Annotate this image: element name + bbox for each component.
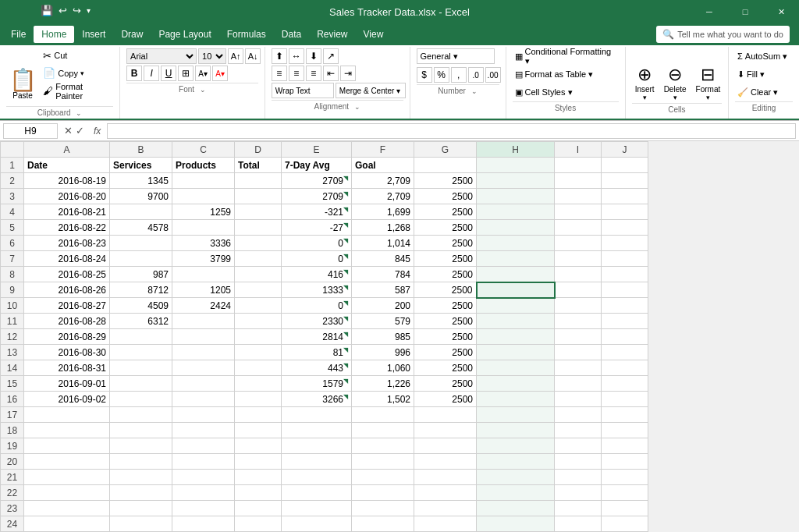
cell-r22-c4[interactable]: [235, 485, 282, 501]
cell-r5-c4[interactable]: [235, 220, 282, 236]
cell-r20-c3[interactable]: [172, 454, 235, 470]
row-num-9[interactable]: 9: [1, 282, 24, 298]
save-button[interactable]: 💾: [39, 3, 55, 18]
cell-r15-c4[interactable]: [235, 376, 282, 392]
cell-r21-c8[interactable]: [477, 470, 555, 485]
cell-r22-c8[interactable]: [477, 485, 555, 501]
cell-r20-c4[interactable]: [235, 454, 282, 470]
cell-r3-c9[interactable]: [555, 189, 602, 204]
cell-r13-c2[interactable]: [110, 345, 172, 360]
currency-button[interactable]: $: [417, 67, 432, 83]
cell-r23-c6[interactable]: [352, 501, 414, 516]
cell-r11-c10[interactable]: [602, 314, 648, 329]
formula-input[interactable]: [107, 123, 796, 139]
cancel-formula-icon[interactable]: ✕: [64, 125, 73, 137]
cell-r19-c6[interactable]: [352, 438, 414, 454]
increase-decimal-button[interactable]: .00: [485, 67, 501, 83]
customize-button[interactable]: ▾: [85, 5, 92, 16]
cell-r18-c6[interactable]: [352, 423, 414, 438]
sheet-container[interactable]: A B C D E F G H I J 1DateServicesProduct…: [0, 141, 799, 532]
cell-r8-c10[interactable]: [602, 267, 648, 282]
cell-r24-c1[interactable]: [24, 516, 110, 532]
cell-r11-c7[interactable]: 2500: [414, 314, 477, 329]
row-num-18[interactable]: 18: [1, 423, 24, 438]
cell-r24-c4[interactable]: [235, 516, 282, 532]
row-num-3[interactable]: 3: [1, 189, 24, 204]
cell-r22-c6[interactable]: [352, 485, 414, 501]
cell-r5-c5[interactable]: -27◥: [282, 220, 352, 236]
cell-r5-c9[interactable]: [555, 220, 602, 236]
row-num-1[interactable]: 1: [1, 158, 24, 173]
cell-r3-c6[interactable]: 2,709: [352, 189, 414, 204]
cell-r12-c7[interactable]: 2500: [414, 329, 477, 345]
cell-r18-c8[interactable]: [477, 423, 555, 438]
minimize-button[interactable]: ─: [691, 0, 727, 23]
cell-r6-c6[interactable]: 1,014: [352, 236, 414, 251]
percent-button[interactable]: %: [434, 67, 449, 83]
cell-r9-c1[interactable]: 2016-08-26: [24, 282, 110, 298]
cell-r23-c2[interactable]: [110, 501, 172, 516]
cell-r7-c5[interactable]: 0◥: [282, 251, 352, 267]
cell-r10-c1[interactable]: 2016-08-27: [24, 298, 110, 314]
menu-formulas[interactable]: Formulas: [219, 26, 274, 43]
cell-r9-c3[interactable]: 1205: [172, 282, 235, 298]
cell-r19-c9[interactable]: [555, 438, 602, 454]
cell-r14-c5[interactable]: 443◥: [282, 360, 352, 376]
cell-r4-c10[interactable]: [602, 204, 648, 220]
cell-r13-c9[interactable]: [555, 345, 602, 360]
cell-r15-c3[interactable]: [172, 376, 235, 392]
row-num-6[interactable]: 6: [1, 236, 24, 251]
col-header-H[interactable]: H: [477, 142, 555, 158]
font-expand[interactable]: ⌄: [200, 86, 206, 94]
cell-r23-c7[interactable]: [414, 501, 477, 516]
cell-r17-c2[interactable]: [110, 407, 172, 423]
cell-r5-c8[interactable]: [477, 220, 555, 236]
cell-r17-c3[interactable]: [172, 407, 235, 423]
cell-r3-c8[interactable]: [477, 189, 555, 204]
cell-r4-c3[interactable]: 1259: [172, 204, 235, 220]
cell-r14-c9[interactable]: [555, 360, 602, 376]
cell-r8-c9[interactable]: [555, 267, 602, 282]
confirm-formula-icon[interactable]: ✓: [76, 125, 84, 137]
cell-r4-c5[interactable]: -321◥: [282, 204, 352, 220]
row-num-7[interactable]: 7: [1, 251, 24, 267]
cell-r1-c5[interactable]: 7-Day Avg: [282, 158, 352, 173]
cell-r1-c4[interactable]: Total: [235, 158, 282, 173]
cell-r4-c1[interactable]: 2016-08-21: [24, 204, 110, 220]
cell-r21-c1[interactable]: [24, 470, 110, 485]
cell-r1-c7[interactable]: [414, 158, 477, 173]
row-num-8[interactable]: 8: [1, 267, 24, 282]
cell-r9-c10[interactable]: [602, 282, 648, 298]
cell-r9-c5[interactable]: 1333◥: [282, 282, 352, 298]
row-num-20[interactable]: 20: [1, 454, 24, 470]
cell-r14-c6[interactable]: 1,060: [352, 360, 414, 376]
font-decrease-button[interactable]: A↓: [245, 48, 261, 64]
cell-r24-c3[interactable]: [172, 516, 235, 532]
cell-r15-c7[interactable]: 2500: [414, 376, 477, 392]
cell-r14-c3[interactable]: [172, 360, 235, 376]
cell-r6-c9[interactable]: [555, 236, 602, 251]
redo-button[interactable]: ↪: [71, 3, 83, 18]
cell-r15-c5[interactable]: 1579◥: [282, 376, 352, 392]
cell-r7-c1[interactable]: 2016-08-24: [24, 251, 110, 267]
cell-r9-c4[interactable]: [235, 282, 282, 298]
row-num-16[interactable]: 16: [1, 392, 24, 407]
cell-r12-c3[interactable]: [172, 329, 235, 345]
menu-data[interactable]: Data: [274, 26, 309, 43]
font-name-select[interactable]: Arial: [126, 48, 197, 64]
undo-button[interactable]: ↩: [57, 3, 69, 18]
cell-r3-c7[interactable]: 2500: [414, 189, 477, 204]
cell-r1-c9[interactable]: [555, 158, 602, 173]
cell-r15-c10[interactable]: [602, 376, 648, 392]
cell-r18-c5[interactable]: [282, 423, 352, 438]
cell-r7-c4[interactable]: [235, 251, 282, 267]
cell-r9-c8[interactable]: [477, 282, 555, 298]
cell-r5-c7[interactable]: 2500: [414, 220, 477, 236]
format-painter-button[interactable]: 🖌 Format Painter: [41, 83, 113, 99]
cell-r24-c2[interactable]: [110, 516, 172, 532]
cell-r21-c9[interactable]: [555, 470, 602, 485]
cell-r14-c4[interactable]: [235, 360, 282, 376]
cell-r5-c10[interactable]: [602, 220, 648, 236]
cell-r19-c4[interactable]: [235, 438, 282, 454]
cell-r12-c5[interactable]: 2814◥: [282, 329, 352, 345]
